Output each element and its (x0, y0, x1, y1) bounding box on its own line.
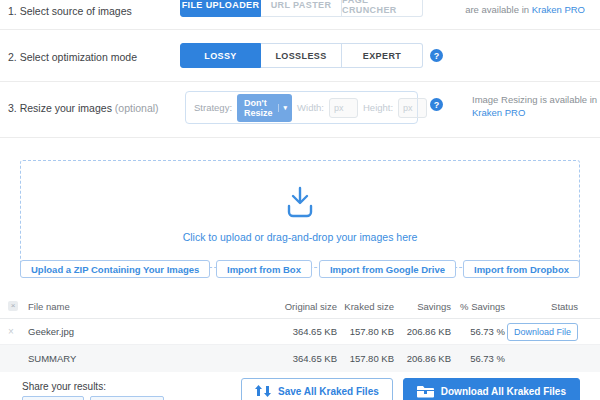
mode-section-label: 2. Select optimization mode (8, 51, 137, 63)
folder-icon (417, 385, 434, 398)
cell-file-name: Geeker.jpg (28, 326, 262, 337)
kraken-pro-note-text: are available in (465, 4, 532, 15)
cell-kraked-size: 157.80 KB (337, 326, 394, 337)
summary-pct-savings: 56.73 % (451, 353, 505, 364)
mode-lossless-button[interactable]: LOSSLESS (261, 43, 342, 68)
upload-zip-button[interactable]: Upload a ZIP Containing Your Images (20, 260, 210, 278)
summary-kraked-size: 157.80 KB (337, 353, 394, 364)
download-all-button[interactable]: Download All Kraked Files (403, 378, 580, 400)
height-label: Height: (363, 102, 393, 113)
import-box-button[interactable]: Import from Box (216, 260, 312, 278)
import-dropbox-button[interactable]: Import from Dropbox (463, 260, 580, 278)
table-summary-row: SUMMARY 364.65 KB 157.80 KB 206.86 KB 56… (0, 345, 600, 372)
cell-pct-savings: 56.73 % (451, 326, 505, 337)
footer-actions: Save All Kraked Files Download All Krake… (241, 378, 580, 400)
import-google-drive-button[interactable]: Import from Google Drive (319, 260, 456, 278)
resize-section-label: 3. Resize your images (optional) (8, 102, 159, 114)
cell-original-size: 364.65 KB (262, 326, 337, 337)
resize-controls: Strategy: Don't Resize ▾ Width: Height: (185, 91, 418, 124)
save-all-button[interactable]: Save All Kraked Files (241, 378, 393, 400)
height-input[interactable] (398, 98, 427, 118)
download-all-label: Download All Kraked Files (441, 386, 566, 397)
save-all-label: Save All Kraked Files (278, 386, 379, 397)
share-button-2[interactable] (90, 396, 164, 400)
kraken-pro-note: are available in Kraken PRO (465, 4, 585, 15)
strategy-dropdown[interactable]: Don't Resize ▾ (237, 94, 292, 122)
mode-expert-button[interactable]: EXPERT (342, 43, 423, 68)
resize-section: 3. Resize your images (optional) Strateg… (0, 82, 600, 138)
save-icon (255, 385, 271, 397)
header-original-size: Original size (262, 301, 337, 312)
source-section: 1. Select source of images FILE UPLOADER… (0, 0, 600, 30)
resize-pro-note: Image Resizing is available in Kraken PR… (472, 93, 597, 119)
resize-label-text: 3. Resize your images (8, 102, 115, 114)
download-arrow-icon (282, 186, 318, 219)
header-file-name: File name (28, 301, 262, 312)
remove-file-icon[interactable]: × (8, 326, 14, 337)
results-table: × File name Original size Kraked size Sa… (0, 294, 600, 372)
header-status: Status (505, 301, 578, 312)
share-button-1[interactable] (22, 396, 84, 400)
table-header-row: × File name Original size Kraked size Sa… (0, 294, 600, 319)
source-tabs: FILE UPLOADER URL PASTER PAGE CRUNCHER (180, 0, 423, 17)
download-file-button[interactable]: Download File (507, 323, 578, 341)
resize-kraken-pro-link[interactable]: Kraken PRO (472, 107, 525, 118)
remove-all-icon[interactable]: × (8, 301, 18, 311)
mode-lossy-button[interactable]: LOSSY (180, 43, 261, 68)
source-section-label: 1. Select source of images (8, 5, 132, 17)
header-pct-savings: % Savings (451, 301, 505, 312)
resize-pro-note-text: Image Resizing is available in (472, 94, 597, 105)
width-input[interactable] (329, 98, 358, 118)
header-savings: Savings (394, 301, 451, 312)
tab-page-cruncher[interactable]: PAGE CRUNCHER (342, 0, 423, 17)
resize-label-optional: (optional) (115, 102, 159, 114)
summary-original-size: 364.65 KB (262, 353, 337, 364)
strategy-label: Strategy: (194, 102, 232, 113)
dropzone-text: Click to upload or drag-and-drop your im… (183, 231, 418, 243)
mode-buttons: LOSSY LOSSLESS EXPERT (180, 43, 423, 68)
cell-savings: 206.86 KB (394, 326, 451, 337)
summary-savings: 206.86 KB (394, 353, 451, 364)
share-results-label: Share your results: (22, 381, 106, 392)
summary-label: SUMMARY (28, 353, 262, 364)
mode-help-icon[interactable]: ? (430, 49, 443, 62)
strategy-value: Don't Resize (244, 98, 273, 118)
header-kraked-size: Kraked size (337, 301, 394, 312)
mode-section: 2. Select optimization mode LOSSY LOSSLE… (0, 30, 600, 82)
chevron-down-icon: ▾ (278, 104, 293, 112)
upload-dropzone[interactable]: Click to upload or drag-and-drop your im… (20, 160, 580, 268)
import-buttons: Import from Box Import from Google Drive… (216, 260, 580, 278)
tab-url-paster[interactable]: URL PASTER (261, 0, 342, 17)
width-label: Width: (297, 102, 324, 113)
resize-help-icon[interactable]: ? (430, 98, 443, 111)
table-row: × Geeker.jpg 364.65 KB 157.80 KB 206.86 … (0, 319, 600, 345)
kraken-pro-link[interactable]: Kraken PRO (532, 4, 585, 15)
tab-file-uploader[interactable]: FILE UPLOADER (180, 0, 261, 17)
